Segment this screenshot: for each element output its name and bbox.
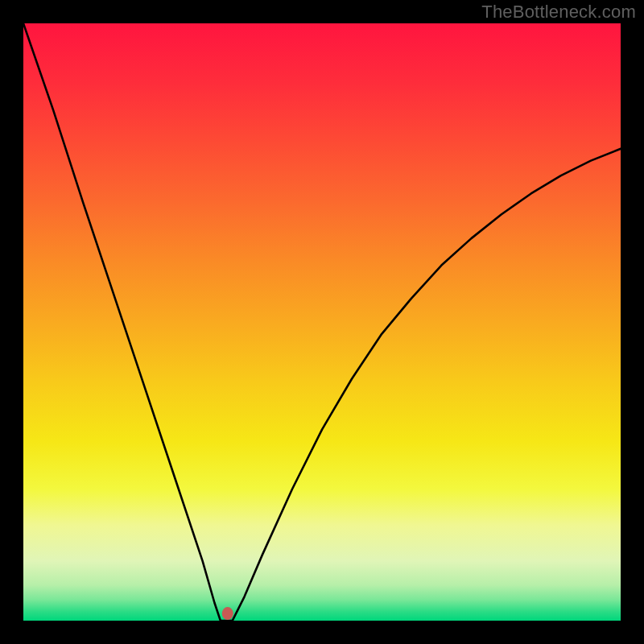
- chart-frame: TheBottleneck.com: [0, 0, 644, 644]
- watermark-text: TheBottleneck.com: [481, 2, 636, 23]
- plot-area: [23, 23, 621, 621]
- gradient-background: [23, 23, 621, 621]
- chart-svg: [23, 23, 621, 621]
- optimum-marker: [222, 607, 233, 620]
